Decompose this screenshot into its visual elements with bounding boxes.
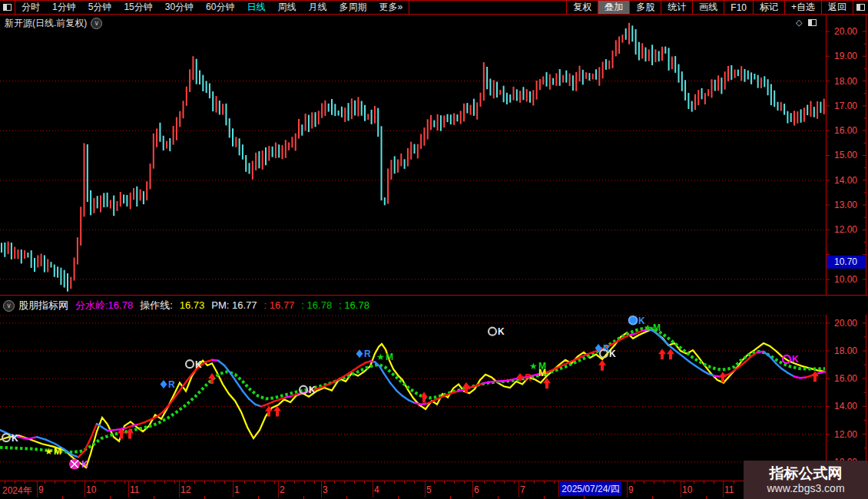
period-item-分时[interactable]: 分时 (15, 1, 46, 14)
direction-line-segment (630, 333, 636, 335)
date-tick (644, 481, 644, 484)
action-button-统计[interactable]: 统计 (661, 1, 692, 14)
date-tick (494, 481, 495, 484)
month-separator (128, 481, 129, 497)
date-tick (15, 481, 15, 484)
period-item-多周期[interactable]: 多周期 (333, 1, 373, 14)
date-bottom-tick (154, 496, 154, 499)
date-tick (144, 481, 145, 484)
date-tick (464, 481, 465, 484)
watermark-title: 指标公式网 (770, 465, 843, 482)
date-tick (714, 481, 714, 484)
period-item-月线[interactable]: 月线 (302, 1, 333, 14)
action-button-复权[interactable]: 复权 (566, 1, 598, 14)
indicator-chart-canvas[interactable]: K★MKRKKR★MKR★MMRKK★MK20.0018.0016.0014.0… (0, 315, 868, 481)
month-label-3: 3 (323, 484, 328, 495)
action-menu: 复权叠加多股统计画线F10标记+自选返回 (566, 1, 853, 14)
date-tick (164, 481, 165, 484)
direction-line-segment (267, 402, 273, 405)
marker-k-label: K (792, 354, 799, 365)
direction-line-segment (46, 440, 55, 444)
chevron-down-icon[interactable]: ∨ (3, 300, 15, 312)
date-tick (314, 481, 315, 484)
action-button-+自选[interactable]: +自选 (784, 1, 821, 14)
marker-k-label: K (609, 349, 616, 359)
toolbar-spacer (409, 1, 566, 14)
date-tick (224, 481, 225, 484)
buy-arrow-marker (667, 349, 674, 359)
direction-line-segment (390, 383, 396, 391)
window-pane-button[interactable] (853, 1, 868, 14)
price-axis-label: 12.00 (834, 224, 857, 235)
main-candle-chart-canvas[interactable]: 20.0019.0018.0017.0016.0015.0014.0013.00… (0, 15, 868, 295)
window-split-button[interactable] (0, 1, 15, 14)
buy-arrow-marker (126, 428, 134, 438)
period-item-15分钟[interactable]: 15分钟 (118, 1, 158, 14)
date-axis[interactable]: 2024年 2025/07/24/四 9101112123456791011 (0, 481, 868, 499)
action-button-返回[interactable]: 返回 (821, 1, 853, 14)
period-item-1分钟[interactable]: 1分钟 (46, 1, 82, 14)
month-label-6: 6 (474, 484, 479, 495)
indicator-field-1: 操作线: (140, 299, 173, 311)
date-tick (704, 481, 704, 484)
date-bottom-tick (584, 496, 585, 499)
date-tick (114, 481, 115, 484)
direction-line-segment (788, 373, 794, 377)
marker-m-label: M (54, 446, 61, 457)
date-tick (254, 481, 255, 484)
direction-line-segment (151, 417, 157, 420)
period-item-30分钟[interactable]: 30分钟 (159, 1, 200, 14)
circle-k-marker (629, 316, 638, 325)
indicator-field-6: : 16.78 (339, 299, 369, 311)
period-item-更多»[interactable]: 更多» (373, 1, 409, 14)
direction-line-segment (415, 403, 421, 405)
maximize-pane-icon[interactable] (808, 19, 817, 26)
period-item-5分钟[interactable]: 5分钟 (82, 1, 118, 14)
top-toolbar: 分时1分钟5分钟15分钟30分钟60分钟日线周线月线多周期更多» 复权叠加多股统… (0, 0, 868, 15)
direction-line-segment (353, 366, 359, 370)
month-separator (558, 481, 559, 497)
indicator-source-label: 股朋指标网 (18, 299, 68, 312)
month-label-11: 11 (724, 484, 734, 495)
direction-line-segment (819, 372, 825, 373)
month-label-10: 10 (682, 484, 692, 495)
date-tick (554, 481, 555, 484)
action-button-叠加[interactable]: 叠加 (598, 1, 629, 14)
action-button-F10[interactable]: F10 (724, 1, 753, 14)
diamond-marker-icon[interactable]: ◇ (796, 18, 802, 27)
date-bottom-tick (544, 496, 545, 499)
current-date-badge: 2025/07/24/四 (560, 482, 621, 496)
date-tick (184, 481, 185, 484)
indicator-field-0: 分水岭:16.78 (75, 299, 133, 311)
action-button-多股[interactable]: 多股 (629, 1, 661, 14)
date-tick (244, 481, 245, 484)
direction-line-segment (243, 391, 249, 398)
action-button-标记[interactable]: 标记 (753, 1, 784, 14)
direction-line-segment (690, 362, 696, 366)
price-axis-label: 13.00 (834, 200, 857, 210)
direction-line-segment (323, 384, 329, 387)
period-item-60分钟[interactable]: 60分钟 (200, 1, 240, 14)
month-label-2: 2 (280, 484, 285, 495)
period-item-周线[interactable]: 周线 (271, 1, 302, 14)
direction-line-segment (138, 422, 144, 425)
date-bottom-tick (498, 496, 499, 499)
price-axis-label: 10.00 (834, 274, 857, 285)
date-tick (634, 481, 634, 484)
stock-title: 新开源(日线.前复权) (5, 17, 87, 30)
price-axis-label: 17.00 (834, 101, 857, 111)
date-tick (394, 481, 395, 484)
direction-line-segment (501, 381, 507, 382)
date-tick (75, 481, 75, 484)
date-tick (534, 481, 535, 484)
marker-k-label: K (195, 359, 202, 370)
direction-line-segment (409, 400, 415, 403)
direction-line-segment (359, 362, 366, 366)
date-bottom-tick (706, 496, 707, 499)
direction-line-segment (255, 405, 261, 407)
month-separator (425, 481, 426, 497)
action-button-画线[interactable]: 画线 (692, 1, 724, 14)
indicator-axis-label: 18.00 (834, 345, 857, 356)
chevron-down-icon[interactable]: ∨ (91, 18, 102, 29)
period-item-日线[interactable]: 日线 (240, 1, 271, 14)
